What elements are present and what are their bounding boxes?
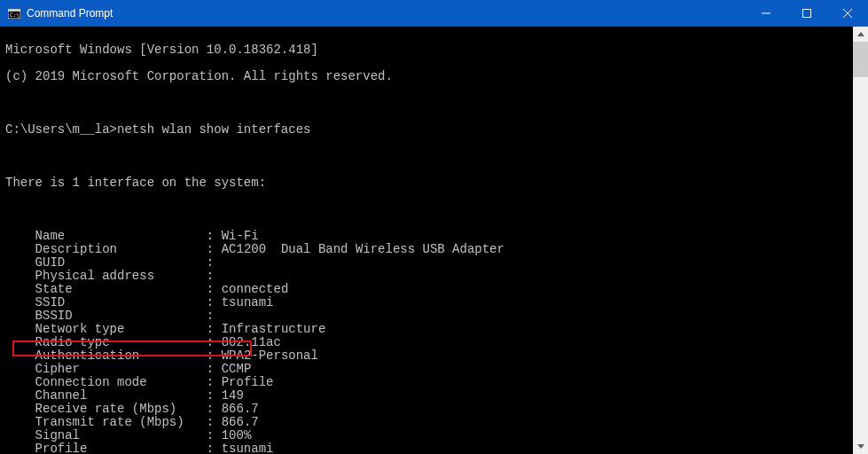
cmd-icon: C:\ — [7, 6, 21, 20]
terminal-content[interactable]: Microsoft Windows [Version 10.0.18362.41… — [0, 27, 868, 454]
field-label: Signal — [35, 428, 80, 442]
field-row-description: Description : AC1200 Dual Band Wireless … — [5, 243, 868, 256]
field-value: 149 — [222, 388, 244, 403]
field-label: Physical address — [35, 269, 154, 283]
prompt-path: C:\Users\m__la> — [5, 122, 117, 137]
field-value: Wi-Fi — [222, 229, 259, 243]
field-label: Description — [35, 242, 117, 256]
blank-line — [5, 97, 868, 110]
field-value: tsunami — [222, 442, 274, 454]
field-value: 866.7 — [222, 415, 259, 429]
field-value: 802.11ac — [222, 335, 281, 349]
field-row-name: Name : Wi-Fi — [5, 230, 868, 243]
scroll-up-button[interactable] — [853, 27, 868, 42]
command-text: netsh wlan show interfaces — [117, 122, 310, 137]
field-row-authentication: Authentication : WPA2-Personal — [5, 349, 868, 363]
field-label: BSSID — [35, 309, 73, 323]
field-value: connected — [222, 282, 289, 296]
field-row-connection-mode: Connection mode : Profile — [5, 376, 868, 389]
titlebar[interactable]: C:\ Command Prompt — [0, 0, 868, 27]
field-row-network-type: Network type : Infrastructure — [5, 323, 868, 336]
copyright-line: (c) 2019 Microsoft Corporation. All righ… — [5, 70, 868, 83]
field-row-channel: Channel : 149 — [5, 389, 868, 403]
field-value: Infrastructure — [222, 322, 326, 336]
field-value: 866.7 — [222, 402, 259, 416]
field-label: State — [35, 282, 73, 296]
field-row-state: State : connected — [5, 283, 868, 296]
prompt-with-command: C:\Users\m__la>netsh wlan show interface… — [5, 123, 868, 137]
field-label: Channel — [35, 388, 88, 403]
scroll-down-button[interactable] — [853, 439, 868, 454]
field-label: Radio type — [35, 335, 110, 349]
svg-marker-8 — [857, 444, 864, 449]
field-label: Name — [35, 229, 66, 243]
field-value: Profile — [222, 375, 274, 389]
field-row-physical-address: Physical address : — [5, 270, 868, 283]
field-row-radio-type: Radio type : 802.11ac — [5, 336, 868, 349]
field-row-guid: GUID : — [5, 256, 868, 270]
vertical-scrollbar[interactable] — [853, 27, 868, 454]
field-value: WPA2-Personal — [222, 348, 318, 363]
field-label: SSID — [35, 295, 66, 309]
os-version-line: Microsoft Windows [Version 10.0.18362.41… — [5, 43, 868, 57]
field-label: Connection mode — [35, 375, 147, 389]
field-value: CCMP — [222, 362, 252, 376]
svg-rect-4 — [803, 10, 811, 18]
minimize-button[interactable] — [746, 0, 786, 27]
field-label: Profile — [35, 442, 88, 454]
field-row-bssid: BSSID : — [5, 309, 868, 323]
field-row-cipher: Cipher : CCMP — [5, 363, 868, 376]
field-value: tsunami — [222, 295, 274, 309]
interface-intro: There is 1 interface on the system: — [5, 176, 868, 190]
field-label: Cipher — [35, 362, 80, 376]
field-label: Network type — [35, 322, 125, 336]
field-row-signal: Signal : 100% — [5, 429, 868, 442]
field-value: 100% — [222, 428, 252, 442]
field-row-receive-rate-mbps-: Receive rate (Mbps) : 866.7 — [5, 403, 868, 416]
svg-marker-7 — [857, 32, 864, 36]
field-label: Receive rate (Mbps) — [35, 402, 177, 416]
svg-text:C:\: C:\ — [10, 12, 20, 18]
field-row-profile: Profile : tsunami — [5, 442, 868, 454]
scroll-thumb[interactable] — [853, 42, 868, 77]
field-label: Authentication — [35, 348, 140, 363]
maximize-button[interactable] — [786, 0, 827, 27]
field-label: GUID — [35, 255, 66, 270]
field-row-ssid: SSID : tsunami — [5, 296, 868, 309]
blank-line — [5, 203, 868, 216]
window-title: Command Prompt — [27, 7, 113, 20]
blank-line — [5, 150, 868, 163]
field-value: AC1200 Dual Band Wireless USB Adapter — [222, 242, 504, 256]
field-label: Transmit rate (Mbps) — [35, 415, 184, 429]
field-row-transmit-rate-mbps-: Transmit rate (Mbps) : 866.7 — [5, 416, 868, 429]
close-button[interactable] — [827, 0, 868, 27]
